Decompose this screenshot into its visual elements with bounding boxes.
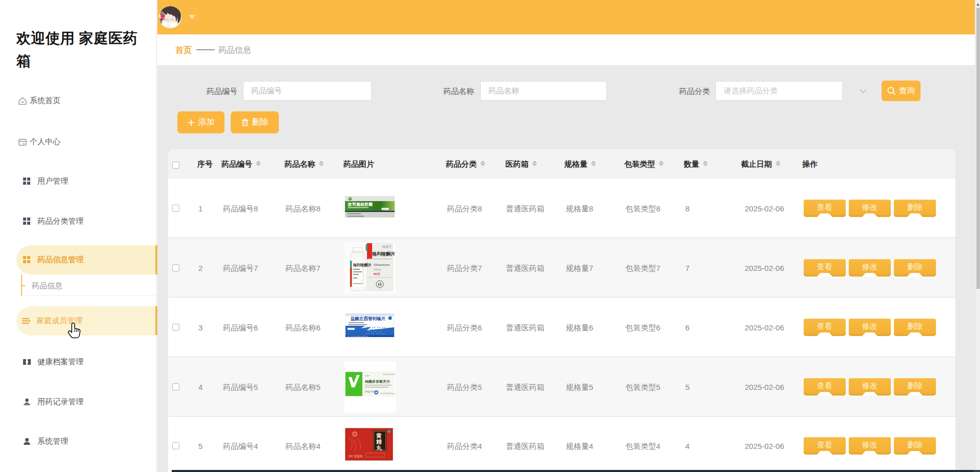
svg-text:格列喹酮片: 格列喹酮片 — [372, 251, 395, 257]
svg-text:浙江万邦药业股份有限公司: 浙江万邦药业股份有限公司 — [347, 336, 369, 338]
svg-text:丸: 丸 — [376, 445, 382, 451]
svg-text:精: 精 — [376, 439, 382, 445]
svg-text:格列喹酮片: 格列喹酮片 — [353, 263, 372, 267]
svg-text:60片: 60片 — [374, 272, 380, 276]
svg-text:梅迪平: 梅迪平 — [382, 245, 392, 249]
svg-text:Gliquidone: Gliquidone — [374, 263, 390, 266]
svg-text:GMP: GMP — [365, 375, 370, 377]
svg-text:枸橼多奈哌齐片: 枸橼多奈哌齐片 — [364, 379, 390, 384]
svg-text:敌司氯铵胶囊: 敌司氯铵胶囊 — [348, 202, 373, 207]
svg-text:批准文号H2025: 批准文号H2025 — [383, 373, 395, 376]
svg-text:同仁堂监制: 同仁堂监制 — [349, 455, 363, 458]
svg-text:盐酸左西替利嗪片: 盐酸左西替利嗪片 — [351, 316, 386, 321]
svg-text:浙江万邦制药有限公司: 浙江万邦制药有限公司 — [380, 392, 396, 395]
svg-text:30mg: 30mg — [374, 268, 381, 271]
